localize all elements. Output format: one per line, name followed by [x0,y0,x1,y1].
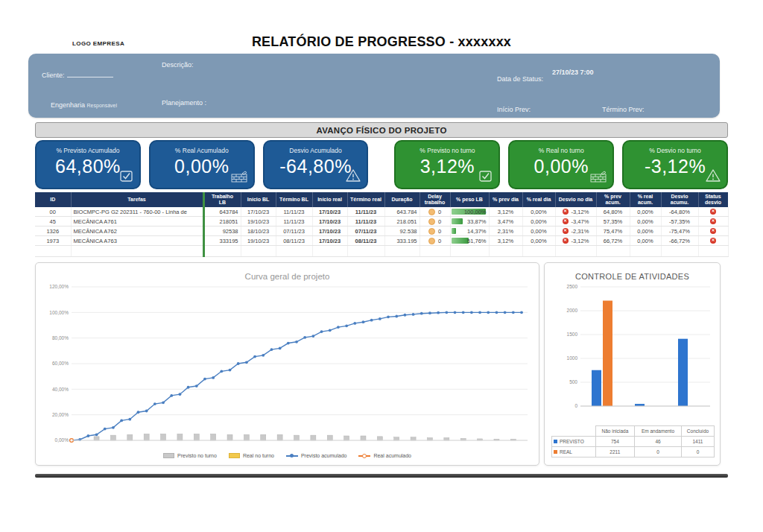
table-cell[interactable]: 17/10/23 [312,207,347,217]
table-cell[interactable] [347,246,384,257]
table-cell[interactable]: 00 [35,207,71,217]
table-cell[interactable] [596,246,630,257]
legend-square-icon [554,450,557,454]
table-row: 1973MECÂNICA A76333319519/10/2308/11/231… [35,236,728,246]
table-cell[interactable]: 45 [35,217,71,227]
kpi-card-label: % Real no turno [510,147,612,154]
table-cell[interactable]: 333195 [203,236,241,246]
table-cell[interactable]: 07/11/23 [347,227,384,236]
table-cell[interactable] [241,246,276,257]
table-cell[interactable]: 14,37% [450,227,489,236]
table-cell[interactable]: 07/11/23 [276,227,312,236]
table-cell[interactable]: 3,12% [489,236,522,246]
table-cell[interactable] [384,246,420,257]
activities-data-table: Não iniciadaEm andamentoConcluídoPREVIST… [551,425,715,457]
table-cell[interactable]: ✕-2,31% [555,227,596,236]
table-cell[interactable]: 51,76% [450,236,489,246]
table-cell[interactable]: 0,00% [630,207,661,217]
table-cell[interactable]: 3,12% [489,207,522,217]
kpi-card-label: % Desvio no turno [624,147,726,154]
table-cell[interactable]: ✕ [698,236,728,246]
table-cell[interactable]: 11/11/23 [347,217,384,227]
table-cell[interactable]: 08/11/23 [347,236,384,246]
table-cell[interactable] [276,246,312,257]
table-cell[interactable]: 0,00% [630,217,661,227]
table-cell[interactable]: 0 [420,227,450,236]
table-cell[interactable]: 17/10/23 [241,207,276,217]
table-cell[interactable]: 218.051 [384,217,420,227]
table-cell[interactable]: 100,00% [450,207,489,217]
table-cell[interactable]: ✕ [698,207,728,217]
table-cell[interactable]: 0 [420,207,450,217]
table-cell[interactable]: -64,80% [661,207,698,217]
table-cell[interactable]: 1326 [35,227,71,236]
table-cell[interactable]: 0 [420,236,450,246]
table-cell[interactable]: 57,35% [596,217,630,227]
table-cell[interactable]: MECÂNICA A762 [71,227,203,236]
table-cell[interactable] [698,246,728,257]
table-cell[interactable]: 08/11/23 [276,236,312,246]
table-cell[interactable] [450,246,489,257]
table-cell[interactable]: 0,00% [522,236,555,246]
table-cell[interactable]: 17/10/23 [312,236,347,246]
table-cell[interactable]: 92538 [203,227,241,236]
table-cell[interactable]: ✕ [698,227,728,236]
table-cell[interactable]: 11/11/23 [347,207,384,217]
client-field: Cliente: [42,70,113,79]
table-cell[interactable]: 92.538 [384,227,420,236]
series-legend-key: REAL [552,447,596,457]
table-cell[interactable]: 643784 [203,207,241,217]
table-cell[interactable]: 19/10/23 [241,217,276,227]
table-cell[interactable]: 1973 [35,236,71,246]
engineering-sublabel: Responsável [87,103,117,108]
kpi-card-label: % Real Acumulado [151,147,253,154]
table-cell[interactable]: 75,47% [596,227,630,236]
table-cell[interactable]: 0,00% [630,236,661,246]
table-cell[interactable]: -57,35% [661,217,698,227]
table-cell[interactable]: 11/11/23 [276,217,312,227]
table-cell[interactable] [35,246,71,257]
table-cell[interactable]: 333.195 [384,236,420,246]
table-cell[interactable]: 218051 [203,217,241,227]
table-cell[interactable]: 17/10/23 [312,227,347,236]
table-cell[interactable] [555,246,596,257]
table-cell[interactable]: 11/11/23 [276,207,312,217]
table-cell[interactable]: 0,00% [522,227,555,236]
table-cell[interactable]: 66,72% [596,236,630,246]
table-cell[interactable]: 0 [420,217,450,227]
table-cell[interactable] [71,246,203,257]
client-value-line[interactable] [67,70,113,77]
table-cell[interactable]: -66,72% [661,236,698,246]
table-cell[interactable]: MECÂNICA A763 [71,236,203,246]
table-cell[interactable]: 2,31% [489,227,522,236]
table-cell[interactable]: ✕-3,12% [555,207,596,217]
section-banner-title: AVANÇO FÍSICO DO PROJETO [316,126,446,135]
table-cell[interactable]: BIOCMPC-PG G2 202311 - 760-00 - Linha de [71,207,203,217]
table-cell[interactable]: -75,47% [661,227,698,236]
table-cell[interactable] [522,246,555,257]
table-cell[interactable]: ✕-3,47% [555,217,596,227]
table-cell[interactable]: 3,47% [489,217,522,227]
table-cell[interactable] [661,246,698,257]
table-cell[interactable]: ✕-3,12% [555,236,596,246]
table-cell[interactable] [489,246,522,257]
table-cell[interactable] [203,246,241,257]
table-cell[interactable]: 0,00% [522,207,555,217]
table-cell[interactable] [312,246,347,257]
table-cell[interactable]: 0,00% [522,217,555,227]
table-cell[interactable]: 64,80% [596,207,630,217]
table-cell[interactable]: 18/10/23 [241,227,276,236]
description-label: Descrição: [162,61,194,69]
red-x-icon: ✕ [563,228,569,234]
table-cell[interactable]: 0,00% [630,227,661,236]
kpi-cards-row: % Previsto Acumulado64,80%% Real Acumula… [35,140,728,189]
table-cell[interactable] [420,246,450,257]
table-cell[interactable] [630,246,661,257]
table-cell[interactable]: 19/10/23 [241,236,276,246]
table-cell[interactable]: 643.784 [384,207,420,217]
table-cell[interactable]: MECÂNICA A761 [71,217,203,227]
svg-text:40,00%: 40,00% [52,387,69,392]
table-cell[interactable]: 17/10/23 [312,217,347,227]
table-cell[interactable]: 33,87% [450,217,489,227]
table-cell[interactable]: ✕ [698,217,728,227]
